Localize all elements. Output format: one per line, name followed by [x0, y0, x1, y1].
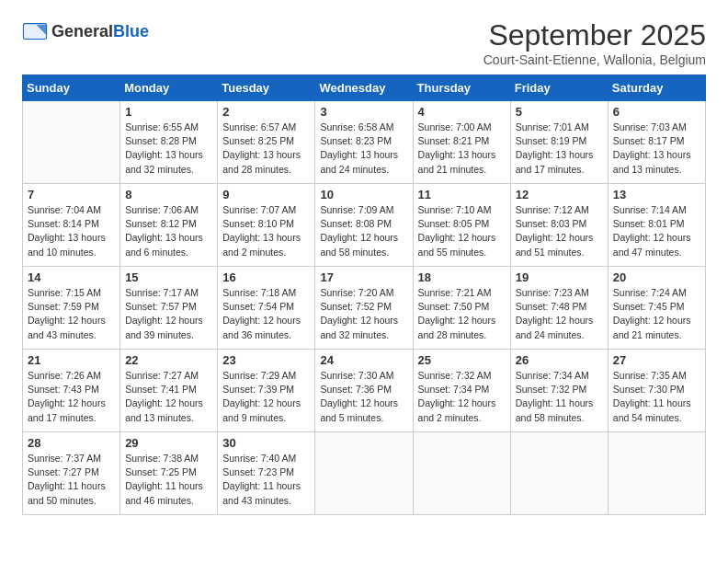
- weekday-header-tuesday: Tuesday: [218, 75, 315, 101]
- day-number: 27: [613, 353, 700, 367]
- calendar-cell: 29Sunrise: 7:38 AM Sunset: 7:25 PM Dayli…: [120, 432, 218, 515]
- week-row-3: 14Sunrise: 7:15 AM Sunset: 7:59 PM Dayli…: [23, 267, 706, 350]
- day-number: 25: [418, 353, 506, 367]
- weekday-header-friday: Friday: [510, 75, 608, 101]
- day-info: Sunrise: 7:00 AM Sunset: 8:21 PM Dayligh…: [418, 121, 506, 177]
- calendar-cell: 6Sunrise: 7:03 AM Sunset: 8:17 PM Daylig…: [608, 101, 705, 184]
- calendar-cell: 26Sunrise: 7:34 AM Sunset: 7:32 PM Dayli…: [510, 350, 608, 432]
- weekday-header-wednesday: Wednesday: [315, 75, 413, 101]
- calendar-cell: 14Sunrise: 7:15 AM Sunset: 7:59 PM Dayli…: [23, 267, 120, 350]
- day-number: 23: [222, 353, 310, 367]
- calendar-cell: 7Sunrise: 7:04 AM Sunset: 8:14 PM Daylig…: [23, 184, 120, 267]
- day-info: Sunrise: 7:35 AM Sunset: 7:30 PM Dayligh…: [613, 369, 700, 425]
- day-info: Sunrise: 7:38 AM Sunset: 7:25 PM Dayligh…: [125, 452, 212, 508]
- calendar-cell: 5Sunrise: 7:01 AM Sunset: 8:19 PM Daylig…: [510, 101, 608, 184]
- day-number: 30: [222, 436, 310, 450]
- day-info: Sunrise: 7:27 AM Sunset: 7:41 PM Dayligh…: [125, 369, 212, 425]
- day-number: 29: [125, 436, 212, 450]
- day-info: Sunrise: 7:17 AM Sunset: 7:57 PM Dayligh…: [125, 286, 212, 342]
- day-number: 26: [516, 353, 603, 367]
- calendar-cell: 11Sunrise: 7:10 AM Sunset: 8:05 PM Dayli…: [413, 184, 510, 267]
- title-block: September 2025 Court-Saint-Etienne, Wall…: [483, 18, 706, 67]
- day-number: 5: [516, 105, 603, 119]
- week-row-5: 28Sunrise: 7:37 AM Sunset: 7:27 PM Dayli…: [23, 432, 706, 515]
- day-info: Sunrise: 7:29 AM Sunset: 7:39 PM Dayligh…: [222, 369, 310, 425]
- calendar-cell: 20Sunrise: 7:24 AM Sunset: 7:45 PM Dayli…: [608, 267, 705, 350]
- calendar-cell: 21Sunrise: 7:26 AM Sunset: 7:43 PM Dayli…: [23, 350, 120, 432]
- calendar-cell: 16Sunrise: 7:18 AM Sunset: 7:54 PM Dayli…: [218, 267, 315, 350]
- day-info: Sunrise: 7:12 AM Sunset: 8:03 PM Dayligh…: [516, 203, 603, 259]
- weekday-header-monday: Monday: [120, 75, 218, 101]
- day-info: Sunrise: 7:20 AM Sunset: 7:52 PM Dayligh…: [320, 286, 407, 342]
- day-number: 3: [320, 105, 407, 119]
- weekday-header-row: SundayMondayTuesdayWednesdayThursdayFrid…: [23, 75, 706, 101]
- day-number: 1: [125, 105, 212, 119]
- day-info: Sunrise: 7:37 AM Sunset: 7:27 PM Dayligh…: [28, 452, 115, 508]
- calendar-cell: 9Sunrise: 7:07 AM Sunset: 8:10 PM Daylig…: [218, 184, 315, 267]
- day-number: 4: [418, 105, 506, 119]
- calendar-cell: 23Sunrise: 7:29 AM Sunset: 7:39 PM Dayli…: [218, 350, 315, 432]
- calendar: SundayMondayTuesdayWednesdayThursdayFrid…: [22, 75, 706, 515]
- day-number: 10: [320, 188, 407, 201]
- day-number: 7: [28, 188, 115, 201]
- calendar-cell: 24Sunrise: 7:30 AM Sunset: 7:36 PM Dayli…: [315, 350, 413, 432]
- day-info: Sunrise: 7:09 AM Sunset: 8:08 PM Dayligh…: [320, 203, 407, 259]
- weekday-header-saturday: Saturday: [608, 75, 705, 101]
- weekday-header-thursday: Thursday: [413, 75, 510, 101]
- calendar-cell: 17Sunrise: 7:20 AM Sunset: 7:52 PM Dayli…: [315, 267, 413, 350]
- day-info: Sunrise: 7:26 AM Sunset: 7:43 PM Dayligh…: [28, 369, 115, 425]
- day-info: Sunrise: 7:24 AM Sunset: 7:45 PM Dayligh…: [613, 286, 700, 342]
- weekday-header-sunday: Sunday: [23, 75, 120, 101]
- day-number: 24: [320, 353, 407, 367]
- calendar-cell: 27Sunrise: 7:35 AM Sunset: 7:30 PM Dayli…: [608, 350, 705, 432]
- logo-blue-text: Blue: [113, 22, 149, 41]
- calendar-cell: 8Sunrise: 7:06 AM Sunset: 8:12 PM Daylig…: [120, 184, 218, 267]
- day-number: 21: [28, 353, 115, 367]
- calendar-cell: [23, 101, 120, 184]
- calendar-cell: 3Sunrise: 6:58 AM Sunset: 8:23 PM Daylig…: [315, 101, 413, 184]
- logo-icon: [22, 18, 48, 44]
- calendar-cell: 25Sunrise: 7:32 AM Sunset: 7:34 PM Dayli…: [413, 350, 510, 432]
- day-number: 11: [418, 188, 506, 201]
- day-info: Sunrise: 7:03 AM Sunset: 8:17 PM Dayligh…: [613, 121, 700, 177]
- day-number: 12: [516, 188, 603, 201]
- day-info: Sunrise: 6:58 AM Sunset: 8:23 PM Dayligh…: [320, 121, 407, 177]
- day-info: Sunrise: 7:04 AM Sunset: 8:14 PM Dayligh…: [28, 203, 115, 259]
- week-row-4: 21Sunrise: 7:26 AM Sunset: 7:43 PM Dayli…: [23, 350, 706, 432]
- day-number: 9: [222, 188, 310, 201]
- day-number: 6: [613, 105, 700, 119]
- day-info: Sunrise: 7:15 AM Sunset: 7:59 PM Dayligh…: [28, 286, 115, 342]
- day-info: Sunrise: 7:06 AM Sunset: 8:12 PM Dayligh…: [125, 203, 212, 259]
- calendar-cell: [608, 432, 705, 515]
- day-number: 2: [222, 105, 310, 119]
- day-number: 20: [613, 270, 700, 284]
- day-info: Sunrise: 6:55 AM Sunset: 8:28 PM Dayligh…: [125, 121, 212, 177]
- calendar-cell: 19Sunrise: 7:23 AM Sunset: 7:48 PM Dayli…: [510, 267, 608, 350]
- day-number: 18: [418, 270, 506, 284]
- day-info: Sunrise: 7:32 AM Sunset: 7:34 PM Dayligh…: [418, 369, 506, 425]
- day-info: Sunrise: 7:34 AM Sunset: 7:32 PM Dayligh…: [516, 369, 603, 425]
- week-row-1: 1Sunrise: 6:55 AM Sunset: 8:28 PM Daylig…: [23, 101, 706, 184]
- calendar-cell: 30Sunrise: 7:40 AM Sunset: 7:23 PM Dayli…: [218, 432, 315, 515]
- location-subtitle: Court-Saint-Etienne, Wallonia, Belgium: [483, 52, 706, 67]
- calendar-cell: [510, 432, 608, 515]
- day-info: Sunrise: 6:57 AM Sunset: 8:25 PM Dayligh…: [222, 121, 310, 177]
- day-number: 13: [613, 188, 700, 201]
- day-number: 17: [320, 270, 407, 284]
- calendar-cell: 15Sunrise: 7:17 AM Sunset: 7:57 PM Dayli…: [120, 267, 218, 350]
- calendar-cell: 10Sunrise: 7:09 AM Sunset: 8:08 PM Dayli…: [315, 184, 413, 267]
- day-info: Sunrise: 7:10 AM Sunset: 8:05 PM Dayligh…: [418, 203, 506, 259]
- calendar-cell: 4Sunrise: 7:00 AM Sunset: 8:21 PM Daylig…: [413, 101, 510, 184]
- calendar-cell: 22Sunrise: 7:27 AM Sunset: 7:41 PM Dayli…: [120, 350, 218, 432]
- day-number: 14: [28, 270, 115, 284]
- day-info: Sunrise: 7:40 AM Sunset: 7:23 PM Dayligh…: [222, 452, 310, 508]
- logo-general-text: General: [51, 22, 113, 41]
- day-number: 16: [222, 270, 310, 284]
- calendar-cell: 2Sunrise: 6:57 AM Sunset: 8:25 PM Daylig…: [218, 101, 315, 184]
- calendar-cell: 18Sunrise: 7:21 AM Sunset: 7:50 PM Dayli…: [413, 267, 510, 350]
- day-number: 28: [28, 436, 115, 450]
- day-info: Sunrise: 7:07 AM Sunset: 8:10 PM Dayligh…: [222, 203, 310, 259]
- day-number: 15: [125, 270, 212, 284]
- calendar-cell: [413, 432, 510, 515]
- calendar-cell: 28Sunrise: 7:37 AM Sunset: 7:27 PM Dayli…: [23, 432, 120, 515]
